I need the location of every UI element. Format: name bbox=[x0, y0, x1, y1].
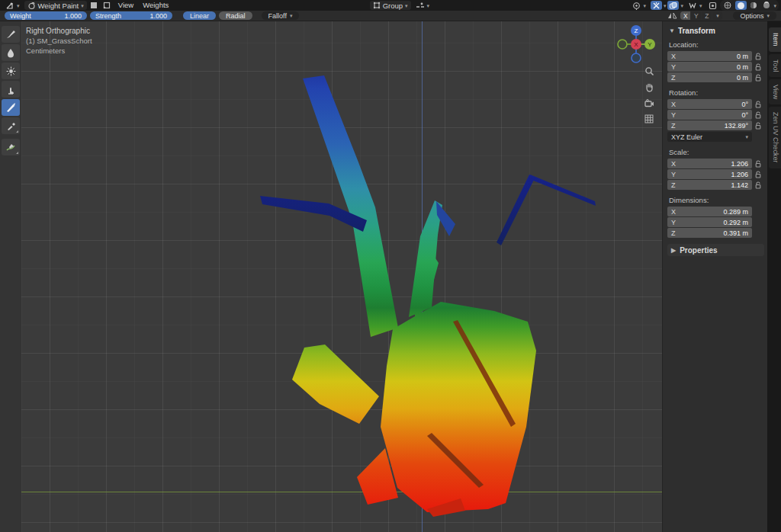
gizmos-dropdown[interactable]: ▾ bbox=[685, 1, 705, 10]
shading-solid-button[interactable] bbox=[735, 1, 747, 10]
proportional-settings-dropdown[interactable]: ▾ bbox=[680, 3, 683, 8]
collapse-arrow-icon: ▶ bbox=[671, 247, 676, 254]
pivot-point-dropdown[interactable]: ▾ bbox=[629, 1, 649, 10]
collapse-arrow-icon: ▼ bbox=[669, 27, 675, 34]
shading-rendered-button[interactable] bbox=[761, 1, 773, 10]
editor-type-dropdown[interactable]: ▾ bbox=[2, 1, 23, 10]
viewport-controls bbox=[641, 64, 657, 126]
tool-blur[interactable] bbox=[2, 44, 20, 61]
location-x-field[interactable]: X 0 m bbox=[667, 51, 752, 61]
shading-dropdown[interactable]: ▾ bbox=[774, 3, 777, 8]
location-y-lock[interactable] bbox=[752, 63, 764, 71]
tool-draw[interactable] bbox=[2, 26, 20, 43]
tab-zen-uv-checker[interactable]: Zen UV Checker bbox=[769, 107, 781, 168]
gradient-linear-button[interactable]: Linear bbox=[183, 11, 216, 20]
pan-button[interactable] bbox=[642, 80, 656, 94]
mirror-axis-group: X Y Z ▾ bbox=[680, 11, 722, 20]
scale-y-field[interactable]: Y 1.206 bbox=[667, 169, 752, 179]
group-icon bbox=[373, 2, 381, 9]
shading-wireframe-button[interactable] bbox=[722, 1, 734, 10]
rotation-x-lock[interactable] bbox=[752, 101, 764, 108]
mirror-z-toggle[interactable]: Z bbox=[702, 11, 712, 20]
location-label: Location: bbox=[667, 39, 764, 51]
navigation-gizmo[interactable]: Z Y X bbox=[615, 22, 657, 65]
rotation-mode-dropdown[interactable]: XYZ Euler ▾ bbox=[667, 132, 752, 142]
pivot-point-icon bbox=[632, 2, 641, 10]
scale-x-lock[interactable] bbox=[752, 160, 764, 168]
viewport-3d[interactable]: Right Orthographic (1) SM_GrassSchort Ce… bbox=[0, 21, 781, 532]
tool-smear[interactable] bbox=[2, 81, 20, 98]
dimensions-z-field[interactable]: Z 0.391 m bbox=[667, 228, 752, 238]
rotation-z-lock[interactable] bbox=[752, 122, 764, 130]
grass-blade-right-b bbox=[497, 175, 535, 245]
rotation-x-row: X 0° bbox=[667, 99, 764, 109]
transform-panel-header[interactable]: ▼ Transform bbox=[667, 24, 764, 39]
perspective-toggle-button[interactable] bbox=[642, 112, 656, 126]
shading-material-button[interactable] bbox=[748, 1, 760, 10]
snap-magnet-icon bbox=[652, 2, 660, 10]
tool-gradient[interactable] bbox=[2, 99, 20, 116]
strength-label: Strength bbox=[95, 12, 121, 20]
shading-mode-group: ▾ bbox=[720, 0, 779, 11]
weight-slider[interactable]: Weight 1.000 bbox=[5, 11, 87, 20]
tool-average[interactable] bbox=[2, 62, 20, 79]
gradient-radial-button[interactable]: Radial bbox=[219, 11, 252, 20]
proportional-editing-toggle[interactable] bbox=[667, 1, 679, 10]
droplet-icon bbox=[6, 48, 15, 58]
tool-sample-weight[interactable] bbox=[2, 117, 20, 134]
menu-view[interactable]: View bbox=[114, 1, 137, 10]
scale-z-lock[interactable] bbox=[752, 181, 764, 189]
weight-paint-mode-icon bbox=[27, 2, 36, 10]
tab-view[interactable]: View bbox=[769, 79, 781, 104]
scale-z-field[interactable]: Z 1.142 bbox=[667, 180, 752, 190]
mirror-y-toggle[interactable]: Y bbox=[691, 11, 701, 20]
paint-mask-toggle[interactable] bbox=[88, 1, 100, 10]
location-z-field[interactable]: Z 0 m bbox=[667, 72, 752, 82]
tool-annotate[interactable] bbox=[2, 139, 20, 155]
location-x-lock[interactable] bbox=[752, 53, 764, 60]
chevron-down-icon: ▾ bbox=[17, 3, 20, 8]
unlock-icon bbox=[755, 160, 761, 168]
mirror-settings-dropdown[interactable]: ▾ bbox=[712, 11, 722, 20]
unlock-icon bbox=[755, 171, 761, 178]
camera-view-button[interactable] bbox=[642, 96, 656, 110]
location-z-row: Z 0 m bbox=[667, 72, 764, 82]
mode-dropdown[interactable]: Weight Paint ▾ bbox=[24, 1, 87, 10]
dimensions-y-field[interactable]: Y 0.292 m bbox=[667, 217, 752, 227]
wireframe-sphere-icon bbox=[724, 2, 731, 9]
zoom-button[interactable] bbox=[642, 64, 656, 78]
annotate-pencil-icon bbox=[5, 143, 16, 152]
snap-settings-dropdown[interactable]: ▾ bbox=[664, 3, 667, 8]
gizmo-z-negative[interactable] bbox=[632, 53, 641, 62]
unlock-icon bbox=[755, 53, 761, 60]
unlock-icon bbox=[755, 111, 761, 119]
rotation-y-field[interactable]: Y 0° bbox=[667, 110, 752, 120]
snap-target-dropdown[interactable]: ▾ bbox=[413, 1, 433, 10]
options-dropdown[interactable]: Options ▾ bbox=[733, 11, 776, 20]
properties-panel-header[interactable]: ▶ Properties bbox=[667, 244, 764, 256]
transform-panel-title: Transform bbox=[678, 27, 715, 35]
strength-slider[interactable]: Strength 1.000 bbox=[90, 11, 172, 20]
overlays-toggle[interactable] bbox=[707, 1, 718, 10]
dimensions-z-row: Z 0.391 m bbox=[667, 228, 764, 238]
tab-tool[interactable]: Tool bbox=[769, 54, 781, 78]
scale-x-field[interactable]: X 1.206 bbox=[667, 159, 752, 168]
location-z-lock[interactable] bbox=[752, 74, 764, 82]
gizmo-y-negative[interactable] bbox=[618, 40, 627, 49]
scale-y-lock[interactable] bbox=[752, 171, 764, 178]
vertex-mask-toggle[interactable] bbox=[101, 1, 113, 10]
tab-item[interactable]: Item bbox=[769, 27, 781, 52]
snap-toggle[interactable] bbox=[651, 1, 662, 10]
menu-weights[interactable]: Weights bbox=[139, 1, 172, 10]
falloff-dropdown[interactable]: Falloff ▾ bbox=[262, 11, 300, 20]
scale-x-row: X 1.206 bbox=[667, 159, 764, 168]
vertex-group-dropdown[interactable]: Group ▾ bbox=[370, 1, 411, 10]
rotation-y-lock[interactable] bbox=[752, 111, 764, 119]
mirror-x-toggle[interactable]: X bbox=[680, 11, 690, 20]
location-y-field[interactable]: Y 0 m bbox=[667, 62, 752, 72]
blender-window: ▾ Weight Paint ▾ View Weights Group ▾ ▾ bbox=[0, 0, 781, 532]
rotation-z-field[interactable]: Z 132.89° bbox=[667, 120, 752, 130]
rotation-x-field[interactable]: X 0° bbox=[667, 99, 752, 109]
group-label: Group bbox=[383, 2, 403, 10]
dimensions-x-field[interactable]: X 0.289 m bbox=[667, 207, 752, 216]
